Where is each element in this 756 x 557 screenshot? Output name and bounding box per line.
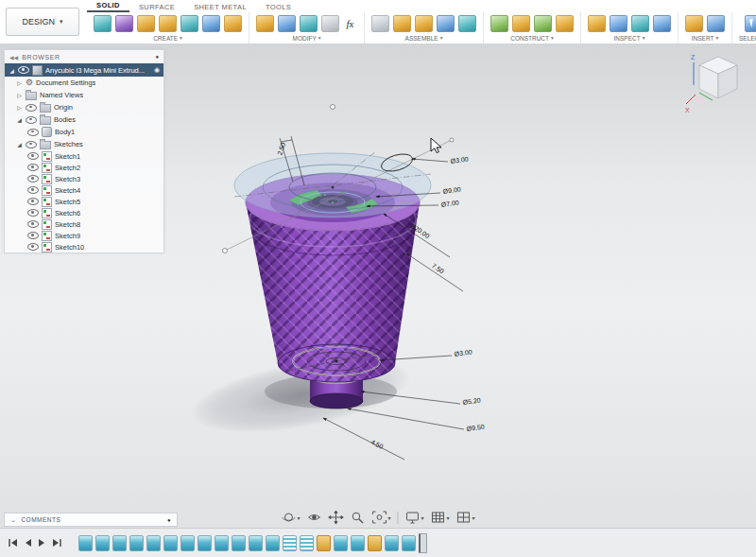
timeline-feature[interactable] xyxy=(266,535,280,551)
axis-icon[interactable] xyxy=(556,15,574,32)
tab-tools[interactable]: TOOLS xyxy=(256,1,301,12)
browser-item-sketch4[interactable]: Sketch4 xyxy=(5,184,163,196)
interference-icon[interactable] xyxy=(610,15,627,32)
browser-item-root-component[interactable]: ◢ Anycubic i3 Mega Mini Extrud... ◉ xyxy=(5,63,163,77)
visibility-eye-icon[interactable] xyxy=(27,164,39,171)
dim-d3-00-bottom[interactable]: Ø3.00 xyxy=(454,348,472,357)
visibility-eye-icon[interactable] xyxy=(27,209,39,217)
timeline-feature[interactable] xyxy=(249,535,263,551)
browser-item-sketch3[interactable]: Sketch3 xyxy=(5,173,163,184)
chevron-down-icon[interactable]: ⌄ xyxy=(10,516,16,524)
expander-open-icon[interactable]: ◢ xyxy=(16,141,23,148)
timeline-feature[interactable] xyxy=(385,535,399,551)
visibility-eye-icon[interactable] xyxy=(27,152,39,160)
skip-to-end-button[interactable] xyxy=(52,538,62,548)
plane-at-angle-icon[interactable] xyxy=(512,15,530,32)
expander-closed-icon[interactable]: ▷ xyxy=(16,92,23,98)
visibility-eye-icon[interactable] xyxy=(26,104,37,112)
comments-menu-icon[interactable]: ● xyxy=(167,517,171,523)
timeline-feature[interactable] xyxy=(78,535,93,551)
tab-sheet-metal[interactable]: SHEET METAL xyxy=(184,1,256,12)
dim-2-50[interactable]: 2.50 xyxy=(276,142,286,156)
browser-item-sketches[interactable]: ◢ Sketches xyxy=(5,138,163,150)
viewports-button[interactable]: ▾ xyxy=(456,511,475,524)
expander-closed-icon[interactable]: ▷ xyxy=(16,104,23,111)
visibility-eye-icon[interactable] xyxy=(27,129,39,136)
create-dropdown[interactable]: CREATE▾ xyxy=(153,35,182,42)
visibility-eye-icon[interactable] xyxy=(26,141,37,148)
sweep-icon[interactable] xyxy=(180,15,198,32)
step-back-button[interactable] xyxy=(24,538,32,548)
timeline-feature[interactable] xyxy=(334,535,348,551)
timeline-feature[interactable] xyxy=(112,535,127,551)
zoom-button[interactable] xyxy=(350,511,365,524)
create-sketch-icon[interactable] xyxy=(94,15,112,32)
enable-contact-icon[interactable] xyxy=(437,15,455,32)
browser-item-document-settings[interactable]: ▷ ⚙ Document Settings xyxy=(5,77,163,89)
expander-open-icon[interactable]: ◢ xyxy=(9,67,15,74)
grid-settings-button[interactable]: ▾ xyxy=(431,511,450,524)
timeline-feature[interactable] xyxy=(232,535,246,551)
modify-dropdown[interactable]: MODIFY▾ xyxy=(292,35,320,42)
fillet-icon[interactable] xyxy=(278,15,296,32)
timeline-feature[interactable] xyxy=(351,535,365,551)
expander-open-icon[interactable]: ◢ xyxy=(16,116,23,123)
display-settings-button[interactable]: ▾ xyxy=(404,511,423,524)
timeline-feature[interactable] xyxy=(215,535,229,551)
motion-link-icon[interactable] xyxy=(458,15,476,32)
browser-item-origin[interactable]: ▷ Origin xyxy=(5,101,163,113)
visibility-eye-icon[interactable] xyxy=(27,220,39,228)
tab-surface[interactable]: SURFACE xyxy=(129,1,184,12)
extrude-icon[interactable] xyxy=(137,15,155,32)
browser-item-body1[interactable]: Body1 xyxy=(5,126,163,138)
joint-icon[interactable] xyxy=(393,15,411,32)
visibility-eye-icon[interactable] xyxy=(27,232,39,239)
browser-item-sketch5[interactable]: Sketch5 xyxy=(5,196,163,207)
browser-item-sketch6[interactable]: Sketch6 xyxy=(5,207,163,218)
expander-closed-icon[interactable]: ▷ xyxy=(16,79,23,86)
shell-icon[interactable] xyxy=(300,15,318,32)
timeline-feature[interactable] xyxy=(129,535,144,551)
collapse-panel-icon[interactable]: ◀◀ xyxy=(9,54,18,61)
visibility-eye-icon[interactable] xyxy=(27,243,39,251)
browser-item-sketch9[interactable]: Sketch9 xyxy=(5,230,163,241)
hole-icon[interactable] xyxy=(224,15,242,32)
press-pull-icon[interactable] xyxy=(256,15,274,32)
browser-item-sketch10[interactable]: Sketch10 xyxy=(5,241,163,252)
skip-to-start-button[interactable] xyxy=(8,538,18,548)
workspace-switcher[interactable]: DESIGN ▾ xyxy=(6,8,79,36)
inspect-dropdown[interactable]: INSPECT▾ xyxy=(614,35,645,42)
dim-d9-50[interactable]: Ø9.50 xyxy=(466,423,485,432)
browser-item-sketch1[interactable]: Sketch1 xyxy=(5,150,163,162)
timeline-feature[interactable] xyxy=(146,535,161,551)
timeline-feature[interactable] xyxy=(300,535,314,551)
orbit-button[interactable]: ▾ xyxy=(281,511,300,524)
look-at-button[interactable] xyxy=(306,511,321,524)
revolve-icon[interactable] xyxy=(159,15,177,32)
construct-dropdown[interactable]: CONSTRUCT▾ xyxy=(510,35,554,42)
dim-d9-00[interactable]: Ø9.00 xyxy=(442,185,461,195)
visibility-eye-icon[interactable] xyxy=(27,186,39,194)
visibility-eye-icon[interactable] xyxy=(27,175,39,183)
new-component-icon[interactable] xyxy=(371,15,389,32)
change-parameters-icon[interactable]: fx xyxy=(343,16,357,31)
assemble-dropdown[interactable]: ASSEMBLE▾ xyxy=(405,35,443,42)
dim-d5-20[interactable]: Ø5.20 xyxy=(462,396,481,406)
timeline-feature[interactable] xyxy=(317,535,331,551)
viewcube[interactable]: Z X xyxy=(684,51,750,117)
fit-button[interactable]: ▾ xyxy=(371,511,390,524)
insert-derive-icon[interactable] xyxy=(685,15,703,32)
measure-icon[interactable] xyxy=(588,15,606,32)
create-form-icon[interactable] xyxy=(115,15,133,32)
section-analysis-icon[interactable] xyxy=(631,15,649,32)
insert-mesh-icon[interactable] xyxy=(707,15,725,32)
panel-menu-icon[interactable]: ● xyxy=(155,54,159,60)
dim-d3-00-top[interactable]: Ø3.00 xyxy=(450,155,469,165)
insert-dropdown[interactable]: INSERT▾ xyxy=(692,35,718,42)
timeline-feature[interactable] xyxy=(180,535,195,551)
pan-button[interactable] xyxy=(328,511,343,524)
timeline-feature[interactable] xyxy=(95,535,110,551)
timeline-feature[interactable] xyxy=(368,535,382,551)
browser-item-named-views[interactable]: ▷ Named Views xyxy=(5,89,163,101)
timeline-feature[interactable] xyxy=(198,535,212,551)
